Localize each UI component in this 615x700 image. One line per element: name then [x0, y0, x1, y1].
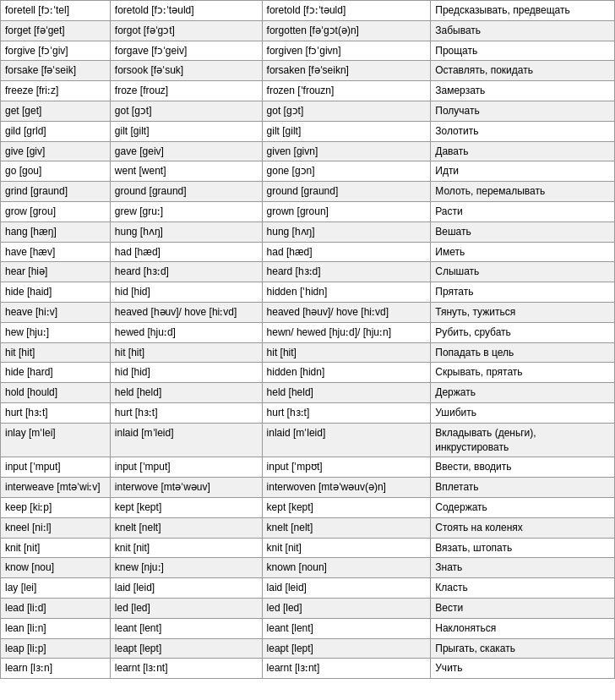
cell-past: hid [hid] [110, 363, 262, 383]
table-row: know [nou]knew [njuː]known [noun]Знать [1, 558, 615, 578]
table-row: hurt [hɜːt]hurt [hɜːt]hurt [hɜːt]Ушибить [1, 402, 615, 423]
cell-base: forsake [fəˈseik] [1, 61, 111, 81]
cell-translation: Вешать [431, 221, 615, 242]
cell-base: foretell [fɔːˈtel] [1, 1, 111, 21]
table-row: foretell [fɔːˈtel]foretold [fɔːˈtəuld]fo… [1, 1, 615, 21]
cell-base: kneel [niːl] [1, 517, 111, 538]
cell-participle: led [led] [262, 598, 431, 618]
table-row: gild [grld]gilt [gilt]gilt [gilt]Золотит… [1, 121, 615, 141]
cell-past: led [led] [110, 598, 262, 618]
cell-translation: Вести [431, 598, 615, 618]
cell-past: hewed [hjuːd] [110, 322, 262, 342]
cell-past: hung [hʌŋ] [110, 221, 262, 242]
table-row: forsake [fəˈseik]forsook [fəˈsuk]forsake… [1, 61, 615, 81]
cell-past: laid [leid] [110, 578, 262, 599]
cell-participle: learnt [lɜːnt] [262, 659, 431, 679]
cell-base: forget [fəˈget] [1, 20, 111, 41]
cell-base: lead [liːd] [1, 598, 111, 618]
cell-participle: foretold [fɔːˈtəuld] [262, 1, 431, 21]
cell-translation: Класть [431, 578, 615, 599]
cell-participle: forgiven [fɔˈgivn] [262, 41, 431, 61]
cell-translation: Прыгать, скакать [431, 638, 615, 659]
table-row: have [hæv]had [hæd]had [hæd]Иметь [1, 242, 615, 262]
cell-translation: Вкладывать (деньги), инкрустировать [431, 423, 615, 457]
cell-participle: leant [lent] [262, 618, 431, 638]
cell-base: grow [grou] [1, 201, 111, 221]
table-row: inlay [mˈlei]inlaid [mˈleid]inlaid [mˈle… [1, 423, 615, 457]
cell-translation: Рубить, срубать [431, 322, 615, 342]
table-row: lean [liːn]leant [lent]leant [lent]Накло… [1, 618, 615, 638]
cell-participle: heaved [həuv]/ hove [hiːvd] [262, 302, 431, 322]
cell-base: hear [hiə] [1, 262, 111, 282]
cell-base: gild [grld] [1, 121, 111, 141]
cell-participle: grown [groun] [262, 201, 431, 221]
cell-participle: forsaken [fəˈseikn] [262, 61, 431, 81]
cell-base: hide [hard] [1, 363, 111, 383]
cell-base: keep [kiːp] [1, 497, 111, 517]
table-row: grind [graund]ground [graund]ground [gra… [1, 182, 615, 202]
table-row: hit [hit]hit [hit]hit [hit]Попадать в це… [1, 342, 615, 363]
cell-participle: given [givn] [262, 141, 431, 161]
cell-participle: hit [hit] [262, 342, 431, 363]
cell-translation: Слышать [431, 262, 615, 282]
cell-past: held [held] [110, 383, 262, 403]
table-row: hew [hjuː]hewed [hjuːd]hewn/ hewed [hjuː… [1, 322, 615, 342]
cell-base: inlay [mˈlei] [1, 423, 111, 457]
cell-base: knit [nit] [1, 538, 111, 558]
cell-participle: hurt [hɜːt] [262, 402, 431, 423]
cell-past: heard [hɜːd] [110, 262, 262, 282]
cell-base: get [get] [1, 101, 111, 121]
cell-past: leapt [lept] [110, 638, 262, 659]
cell-translation: Золотить [431, 121, 615, 141]
cell-base: have [hæv] [1, 242, 111, 262]
cell-participle: laid [leid] [262, 578, 431, 599]
table-row: hide [hard]hid [hid]hidden [hidn]Скрыват… [1, 363, 615, 383]
cell-base: lay [lei] [1, 578, 111, 599]
cell-past: had [hæd] [110, 242, 262, 262]
cell-translation: Стоять на коленях [431, 517, 615, 538]
cell-participle: heard [hɜːd] [262, 262, 431, 282]
cell-base: lean [liːn] [1, 618, 111, 638]
cell-translation: Прятать [431, 282, 615, 303]
cell-participle: inlaid [mˈleid] [262, 423, 431, 457]
cell-translation: Идти [431, 161, 615, 182]
cell-base: hurt [hɜːt] [1, 402, 111, 423]
cell-participle: kept [kept] [262, 497, 431, 517]
cell-past: hit [hit] [110, 342, 262, 363]
table-row: input [ˈmput]input [ˈmput]input [ˈmpʊt]В… [1, 457, 615, 478]
cell-base: hide [haid] [1, 282, 111, 303]
cell-participle: hung [hʌŋ] [262, 221, 431, 242]
cell-translation: Предсказывать, предвещать [431, 1, 615, 21]
cell-past: inlaid [mˈleid] [110, 423, 262, 457]
cell-base: go [gou] [1, 161, 111, 182]
table-row: hold [hould]held [held]held [held]Держат… [1, 383, 615, 403]
cell-translation: Держать [431, 383, 615, 403]
cell-past: froze [frouz] [110, 81, 262, 101]
cell-participle: hidden [ˈhidn] [262, 282, 431, 303]
cell-past: got [gɔt] [110, 101, 262, 121]
cell-participle: gone [gɔn] [262, 161, 431, 182]
cell-translation: Вплетать [431, 478, 615, 498]
cell-translation: Содержать [431, 497, 615, 517]
cell-base: freeze [friːz] [1, 81, 111, 101]
cell-participle: got [gɔt] [262, 101, 431, 121]
cell-participle: knit [nit] [262, 538, 431, 558]
cell-past: forsook [fəˈsuk] [110, 61, 262, 81]
cell-base: heave [hiːv] [1, 302, 111, 322]
cell-translation: Вязать, штопать [431, 538, 615, 558]
cell-translation: Учить [431, 659, 615, 679]
cell-participle: had [hæd] [262, 242, 431, 262]
cell-past: learnt [lɜːnt] [110, 659, 262, 679]
cell-participle: known [noun] [262, 558, 431, 578]
cell-base: know [nou] [1, 558, 111, 578]
cell-translation: Получать [431, 101, 615, 121]
cell-participle: forgotten [fəˈgɔt(ə)n] [262, 20, 431, 41]
cell-past: ground [graund] [110, 182, 262, 202]
cell-past: leant [lent] [110, 618, 262, 638]
table-row: freeze [friːz]froze [frouz]frozen [ˈfrou… [1, 81, 615, 101]
table-row: get [get]got [gɔt]got [gɔt]Получать [1, 101, 615, 121]
cell-translation: Забывать [431, 20, 615, 41]
cell-past: input [ˈmput] [110, 457, 262, 478]
cell-past: interwove [mtəˈwəuv] [110, 478, 262, 498]
cell-past: knelt [nelt] [110, 517, 262, 538]
